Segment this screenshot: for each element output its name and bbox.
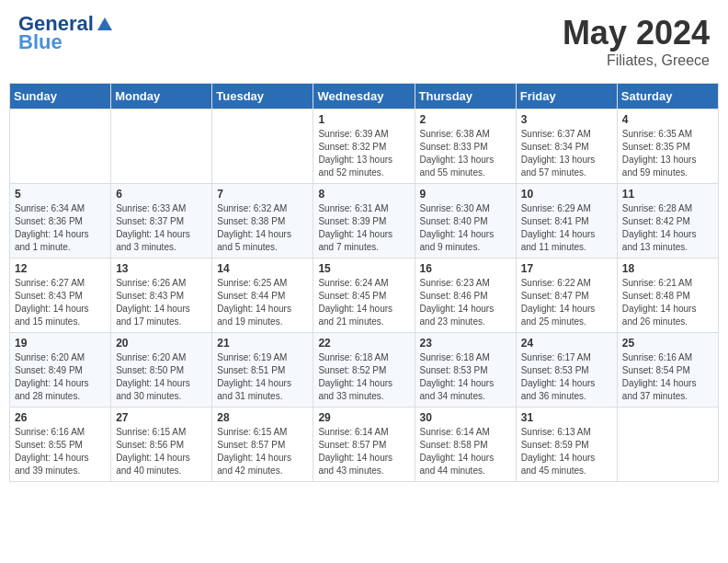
day-number: 28 [217, 411, 308, 424]
day-info: Sunrise: 6:39 AM Sunset: 8:32 PM Dayligh… [318, 128, 409, 179]
location-title: Filiates, Greece [563, 52, 710, 69]
weekday-header-row: SundayMondayTuesdayWednesdayThursdayFrid… [10, 84, 719, 109]
day-number: 26 [15, 411, 106, 424]
day-number: 7 [217, 188, 308, 201]
week-row-4: 19Sunrise: 6:20 AM Sunset: 8:49 PM Dayli… [10, 333, 719, 408]
day-number: 1 [318, 113, 409, 126]
day-info: Sunrise: 6:38 AM Sunset: 8:33 PM Dayligh… [420, 128, 511, 179]
calendar-cell: 10Sunrise: 6:29 AM Sunset: 8:41 PM Dayli… [516, 184, 617, 259]
calendar-cell: 17Sunrise: 6:22 AM Sunset: 8:47 PM Dayli… [516, 259, 617, 333]
day-number: 19 [15, 337, 106, 350]
day-info: Sunrise: 6:22 AM Sunset: 8:47 PM Dayligh… [521, 277, 612, 328]
calendar-cell: 25Sunrise: 6:16 AM Sunset: 8:54 PM Dayli… [617, 333, 718, 408]
day-info: Sunrise: 6:18 AM Sunset: 8:52 PM Dayligh… [318, 351, 409, 403]
logo-blue-text: Blue [18, 32, 63, 52]
day-info: Sunrise: 6:20 AM Sunset: 8:50 PM Dayligh… [116, 351, 207, 403]
calendar-cell: 3Sunrise: 6:37 AM Sunset: 8:34 PM Daylig… [516, 109, 617, 184]
day-number: 27 [116, 411, 207, 424]
calendar-cell: 13Sunrise: 6:26 AM Sunset: 8:43 PM Dayli… [111, 259, 212, 333]
day-info: Sunrise: 6:15 AM Sunset: 8:57 PM Dayligh… [217, 426, 308, 477]
day-number: 17 [521, 262, 612, 275]
day-info: Sunrise: 6:28 AM Sunset: 8:42 PM Dayligh… [622, 202, 713, 254]
weekday-header-friday: Friday [516, 84, 617, 109]
calendar-cell: 18Sunrise: 6:21 AM Sunset: 8:48 PM Dayli… [617, 259, 718, 333]
day-number: 3 [521, 113, 612, 126]
calendar-cell: 22Sunrise: 6:18 AM Sunset: 8:52 PM Dayli… [313, 333, 415, 408]
weekday-header-saturday: Saturday [617, 84, 718, 109]
day-info: Sunrise: 6:37 AM Sunset: 8:34 PM Dayligh… [521, 128, 612, 179]
calendar-cell: 29Sunrise: 6:14 AM Sunset: 8:57 PM Dayli… [313, 408, 415, 482]
calendar-cell [10, 109, 111, 184]
logo: General Blue [18, 14, 114, 52]
day-info: Sunrise: 6:15 AM Sunset: 8:56 PM Dayligh… [116, 426, 207, 477]
day-number: 4 [622, 113, 713, 126]
day-number: 31 [521, 411, 612, 424]
calendar-cell: 6Sunrise: 6:33 AM Sunset: 8:37 PM Daylig… [111, 184, 212, 259]
day-number: 18 [622, 262, 713, 275]
day-number: 8 [318, 188, 409, 201]
day-number: 16 [420, 262, 511, 275]
calendar-cell: 30Sunrise: 6:14 AM Sunset: 8:58 PM Dayli… [415, 408, 516, 482]
day-info: Sunrise: 6:26 AM Sunset: 8:43 PM Dayligh… [116, 277, 207, 328]
day-info: Sunrise: 6:16 AM Sunset: 8:55 PM Dayligh… [15, 426, 106, 477]
calendar-cell [111, 109, 212, 184]
day-number: 2 [420, 113, 511, 126]
calendar-cell: 4Sunrise: 6:35 AM Sunset: 8:35 PM Daylig… [617, 109, 718, 184]
day-info: Sunrise: 6:14 AM Sunset: 8:57 PM Dayligh… [318, 426, 409, 477]
calendar-cell: 5Sunrise: 6:34 AM Sunset: 8:36 PM Daylig… [10, 184, 111, 259]
day-number: 22 [318, 337, 409, 350]
week-row-5: 26Sunrise: 6:16 AM Sunset: 8:55 PM Dayli… [10, 408, 719, 482]
day-number: 5 [15, 188, 106, 201]
day-info: Sunrise: 6:19 AM Sunset: 8:51 PM Dayligh… [217, 351, 308, 403]
calendar-cell: 27Sunrise: 6:15 AM Sunset: 8:56 PM Dayli… [111, 408, 212, 482]
day-info: Sunrise: 6:17 AM Sunset: 8:53 PM Dayligh… [521, 351, 612, 403]
day-number: 29 [318, 411, 409, 424]
calendar-cell: 12Sunrise: 6:27 AM Sunset: 8:43 PM Dayli… [10, 259, 111, 333]
calendar-cell: 31Sunrise: 6:13 AM Sunset: 8:59 PM Dayli… [516, 408, 617, 482]
day-info: Sunrise: 6:24 AM Sunset: 8:45 PM Dayligh… [318, 277, 409, 328]
calendar-cell: 19Sunrise: 6:20 AM Sunset: 8:49 PM Dayli… [10, 333, 111, 408]
calendar-cell: 16Sunrise: 6:23 AM Sunset: 8:46 PM Dayli… [415, 259, 516, 333]
day-number: 15 [318, 262, 409, 275]
day-number: 10 [521, 188, 612, 201]
day-number: 23 [420, 337, 511, 350]
weekday-header-sunday: Sunday [10, 84, 111, 109]
calendar-cell: 24Sunrise: 6:17 AM Sunset: 8:53 PM Dayli… [516, 333, 617, 408]
week-row-2: 5Sunrise: 6:34 AM Sunset: 8:36 PM Daylig… [10, 184, 719, 259]
day-info: Sunrise: 6:30 AM Sunset: 8:40 PM Dayligh… [420, 202, 511, 254]
day-number: 13 [116, 262, 207, 275]
calendar-cell: 2Sunrise: 6:38 AM Sunset: 8:33 PM Daylig… [415, 109, 516, 184]
calendar-cell: 26Sunrise: 6:16 AM Sunset: 8:55 PM Dayli… [10, 408, 111, 482]
calendar-cell [212, 109, 313, 184]
day-number: 14 [217, 262, 308, 275]
calendar-cell: 20Sunrise: 6:20 AM Sunset: 8:50 PM Dayli… [111, 333, 212, 408]
calendar-cell: 23Sunrise: 6:18 AM Sunset: 8:53 PM Dayli… [415, 333, 516, 408]
day-info: Sunrise: 6:13 AM Sunset: 8:59 PM Dayligh… [521, 426, 612, 477]
weekday-header-wednesday: Wednesday [313, 84, 415, 109]
day-number: 9 [420, 188, 511, 201]
day-number: 24 [521, 337, 612, 350]
page-header: General Blue May 2024 Filiates, Greece [9, 9, 719, 74]
day-number: 11 [622, 188, 713, 201]
calendar-cell: 7Sunrise: 6:32 AM Sunset: 8:38 PM Daylig… [212, 184, 313, 259]
weekday-header-thursday: Thursday [415, 84, 516, 109]
calendar-cell: 1Sunrise: 6:39 AM Sunset: 8:32 PM Daylig… [313, 109, 415, 184]
weekday-header-tuesday: Tuesday [212, 84, 313, 109]
day-info: Sunrise: 6:27 AM Sunset: 8:43 PM Dayligh… [15, 277, 106, 328]
calendar-cell: 14Sunrise: 6:25 AM Sunset: 8:44 PM Dayli… [212, 259, 313, 333]
day-info: Sunrise: 6:18 AM Sunset: 8:53 PM Dayligh… [420, 351, 511, 403]
day-info: Sunrise: 6:29 AM Sunset: 8:41 PM Dayligh… [521, 202, 612, 254]
calendar-cell: 9Sunrise: 6:30 AM Sunset: 8:40 PM Daylig… [415, 184, 516, 259]
week-row-1: 1Sunrise: 6:39 AM Sunset: 8:32 PM Daylig… [10, 109, 719, 184]
calendar-table: SundayMondayTuesdayWednesdayThursdayFrid… [9, 83, 719, 482]
day-info: Sunrise: 6:33 AM Sunset: 8:37 PM Dayligh… [116, 202, 207, 254]
day-info: Sunrise: 6:14 AM Sunset: 8:58 PM Dayligh… [420, 426, 511, 477]
calendar-cell: 8Sunrise: 6:31 AM Sunset: 8:39 PM Daylig… [313, 184, 415, 259]
day-info: Sunrise: 6:32 AM Sunset: 8:38 PM Dayligh… [217, 202, 308, 254]
day-info: Sunrise: 6:35 AM Sunset: 8:35 PM Dayligh… [622, 128, 713, 179]
day-number: 21 [217, 337, 308, 350]
day-number: 6 [116, 188, 207, 201]
day-info: Sunrise: 6:34 AM Sunset: 8:36 PM Dayligh… [15, 202, 106, 254]
day-number: 12 [15, 262, 106, 275]
calendar-cell: 28Sunrise: 6:15 AM Sunset: 8:57 PM Dayli… [212, 408, 313, 482]
